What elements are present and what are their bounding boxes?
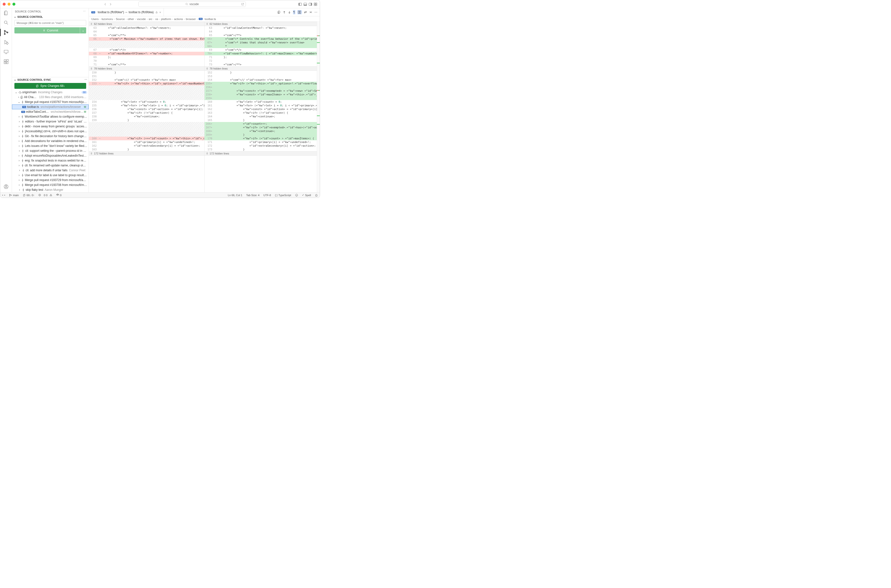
run-debug-tab[interactable] (3, 39, 9, 45)
zoom-window-button[interactable] (12, 3, 15, 6)
diff-line[interactable]: 152 } (204, 71, 320, 74)
diff-line[interactable]: 153 (204, 74, 320, 78)
diff-line[interactable]: 165 } (204, 118, 320, 122)
diff-line[interactable]: 160 ="kw">let> ="id">count> = 0; (204, 100, 320, 104)
diff-line[interactable]: 159 } (89, 118, 204, 122)
commit-split-button[interactable]: ⌄ (80, 27, 86, 33)
panel-more-icon[interactable]: ⋯ (83, 10, 86, 13)
diff-line[interactable]: 73 ="com">/**> (204, 63, 320, 66)
open-changes-icon[interactable] (277, 10, 281, 14)
fold-row[interactable]: ⇳ 172 hidden lines (89, 151, 204, 156)
spell-check[interactable]: ✓ Spell (300, 194, 313, 196)
tab-size[interactable]: Tab Size: 4 (244, 194, 261, 196)
diff-line[interactable]: 158+ ="kw">const> ="id">maxItems> = ="kw… (204, 93, 320, 96)
accounts-tab[interactable] (3, 183, 9, 190)
explorer-tab[interactable] (3, 10, 9, 16)
diff-line[interactable] (89, 126, 204, 129)
diff-line[interactable]: 150 } (89, 71, 204, 74)
commit-row[interactable]: ›Merge pull request #193706 from microso… (12, 183, 89, 188)
fold-row[interactable]: ⇳ 62 hidden lines (89, 22, 204, 26)
breadcrumb-item[interactable]: Source (116, 18, 125, 21)
commit-row[interactable]: ›Git - fix file decoration for history i… (12, 134, 89, 139)
diff-line[interactable]: 156 ="kw">const> ="id">action> = ="id">p… (89, 107, 204, 111)
diff-line[interactable]: 64 (204, 30, 320, 33)
branch-indicator[interactable]: main (7, 194, 21, 196)
diff-line[interactable]: 161 ="id">primary>[i] = ="kw">undefined>… (89, 140, 204, 144)
diff-line[interactable]: 158 ="kw">continue>; (89, 115, 204, 118)
editor-tab[interactable]: TS toolbar.ts (ffc6fdea^) ↔ toolbar.ts (… (89, 8, 164, 16)
cursor-position[interactable]: Ln 66, Col 1 (226, 194, 244, 196)
diff-line[interactable]: 67+ ="com">* items that should ="kw">nev… (204, 41, 320, 44)
remote-indicator[interactable] (0, 194, 7, 196)
breadcrumbs[interactable]: Users›lszomoru›Source›other›vscode›src›v… (89, 16, 320, 22)
source-control-tab[interactable] (3, 29, 9, 36)
diff-line[interactable] (89, 44, 204, 48)
diff-line[interactable]: 162 ="id">extraSecondary>[i] = ="id">act… (89, 144, 204, 148)
breadcrumb-item[interactable]: vscode (137, 18, 146, 21)
diff-line[interactable]: 71 ="com">/**> (89, 63, 204, 66)
commit-row[interactable]: ›Lets issues of the "don't know" variety… (12, 144, 89, 148)
diff-line[interactable]: 162 ="kw">const> ="id">action> = ="id">p… (204, 107, 320, 111)
diff-line[interactable]: 159+ (204, 96, 320, 100)
diff-line[interactable]: 69 }; (89, 56, 204, 59)
commit-row[interactable]: ›eng: fix snapshot tests in macos webkit… (12, 158, 89, 163)
diff-line[interactable]: 166+ ="id">count>++; (204, 122, 320, 126)
breadcrumb-item[interactable]: other (128, 18, 134, 21)
sync-status[interactable]: 68↓ 0↑ (21, 194, 36, 196)
commit-button[interactable]: Commit ⌄ (14, 27, 86, 33)
toggle-primary-sidebar-icon[interactable] (298, 3, 302, 6)
incoming-branch-row[interactable]: ⌄ origin/main Incoming Changes 68 (12, 90, 89, 94)
diff-line[interactable]: 168+ ="kw">continue>; (204, 129, 320, 133)
diff-line[interactable] (89, 41, 204, 44)
close-window-button[interactable] (3, 3, 6, 6)
commit-row[interactable]: ›WorkbenchToolBar allows to configure ex… (12, 114, 89, 119)
breadcrumb-item[interactable]: src (149, 18, 152, 21)
scm-section-header[interactable]: ⌄ SOURCE CONTROL (12, 14, 89, 19)
diff-line[interactable]: 72 (204, 59, 320, 63)
ports-indicator[interactable]: 0 (54, 194, 63, 196)
breadcrumb-item[interactable]: vs (155, 18, 158, 21)
fold-row[interactable]: ⇳ 62 hidden lines (204, 22, 320, 26)
diff-editor[interactable]: ⇳ 62 hidden lines 63 ="id">allowContextM… (89, 22, 320, 192)
language-mode[interactable]: { } TypeScript (273, 194, 293, 196)
overview-ruler[interactable] (317, 22, 320, 192)
diff-line[interactable]: 155+ ="kw">if> (="kw">this>.="id">_optio… (204, 82, 320, 86)
diff-line[interactable]: 163 } (89, 148, 204, 151)
diff-line[interactable] (89, 133, 204, 136)
diff-line[interactable]: 66+ ="com">* Controls the overflow behav… (204, 37, 320, 41)
diff-line[interactable] (89, 86, 204, 89)
diff-line[interactable]: 155 ="kw">for> (="kw">let> i = 0; i < ="… (89, 104, 204, 107)
commit-row[interactable]: ›debt - move away from generic groups `a… (12, 124, 89, 129)
breadcrumb-item[interactable]: browser (186, 18, 196, 21)
file-row[interactable]: TS editorTabsControl.ts src/vs/workbench… (12, 109, 89, 114)
fold-row[interactable]: ⇳ 78 hidden lines (204, 66, 320, 71)
diff-line[interactable]: 65 ="com">/**> (204, 33, 320, 37)
notifications-icon[interactable] (313, 194, 320, 196)
nav-back-button[interactable] (104, 3, 107, 6)
diff-line[interactable]: 170 ="kw">if> (="id">count> > ="id">maxI… (204, 136, 320, 140)
diff-line[interactable]: 151 (89, 74, 204, 78)
file-row[interactable]: TS toolbar.ts src/vs/platform/actions/br… (12, 104, 89, 109)
commit-message-input[interactable] (14, 20, 86, 26)
diff-line[interactable]: 161 ="kw">for> (="kw">let> i = 0; i < ="… (204, 104, 320, 107)
next-change-icon[interactable] (288, 11, 291, 14)
feedback-icon[interactable] (293, 194, 300, 196)
toggle-secondary-sidebar-icon[interactable] (308, 3, 312, 6)
commit-row[interactable]: ⌄ Merge pull request #193767 from micros… (12, 99, 89, 104)
diff-line[interactable]: 167+ ="kw">if> (="id">exempted>.="id">ha… (204, 126, 320, 129)
breadcrumb-item[interactable]: platform (161, 18, 171, 21)
diff-line[interactable]: 68+ * (204, 44, 320, 48)
diff-line[interactable]: 66− ="com">* Maximun ="kw">number> of it… (89, 37, 204, 41)
fold-row[interactable]: ⇳ 78 hidden lines (89, 66, 204, 71)
diff-line[interactable]: 164 ="kw">continue>; (204, 115, 320, 118)
diff-line[interactable]: 173 } (204, 148, 320, 151)
diff-line[interactable] (89, 93, 204, 96)
commit-row[interactable]: ›editors - further improve `isFirst` and… (12, 119, 89, 124)
commit-row[interactable]: ›skip flaky testAaron Munger (12, 188, 89, 192)
commit-row[interactable]: ›Adopt ensureNoDisposablesAreLeakedInTes… (12, 153, 89, 158)
editor-more-icon[interactable]: ⋯ (314, 10, 317, 14)
problems-indicator[interactable]: 0 0 (36, 194, 54, 196)
open-external-icon[interactable] (241, 3, 244, 6)
collapse-unchanged-icon[interactable] (309, 10, 313, 14)
diff-line[interactable]: 63 ="id">allowContextMenu>?: ="kw">never… (89, 26, 204, 30)
